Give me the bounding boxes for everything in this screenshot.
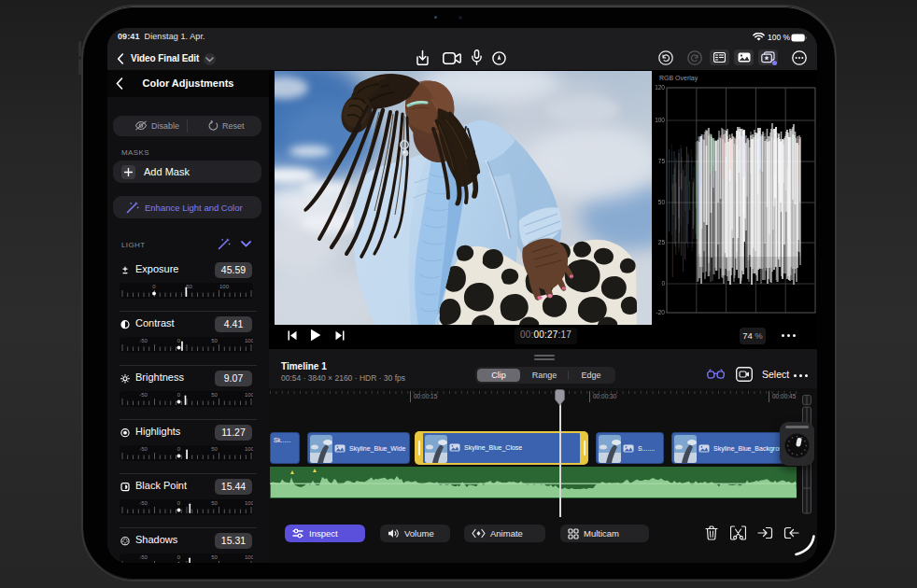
svg-text:00:00:15: 00:00:15 (414, 393, 438, 399)
svg-text:0: 0 (177, 446, 181, 452)
svg-text:0: 0 (177, 338, 181, 343)
svg-text:0: 0 (177, 554, 181, 560)
svg-text:50: 50 (211, 554, 218, 560)
svg-text:25: 25 (658, 239, 666, 245)
svg-text:100: 100 (245, 554, 253, 560)
svg-text:120: 120 (655, 84, 665, 91)
svg-text:100: 100 (245, 446, 253, 452)
svg-text:00:00:30: 00:00:30 (593, 393, 617, 399)
svg-text:0: 0 (661, 280, 665, 287)
svg-text:100: 100 (219, 284, 230, 289)
svg-text:50: 50 (211, 392, 218, 398)
svg-text:-20: -20 (656, 309, 666, 315)
svg-text:-50: -50 (139, 500, 148, 506)
svg-text:-50: -50 (139, 338, 148, 343)
svg-text:100: 100 (245, 338, 253, 343)
svg-text:100: 100 (245, 500, 253, 506)
svg-text:50: 50 (658, 199, 666, 205)
svg-text:50: 50 (211, 446, 218, 452)
svg-text:75: 75 (658, 158, 666, 164)
svg-text:-50: -50 (139, 392, 148, 398)
svg-text:100: 100 (245, 392, 253, 398)
svg-text:50: 50 (211, 500, 218, 506)
svg-text:00:00:45: 00:00:45 (772, 393, 797, 399)
svg-text:50: 50 (211, 338, 218, 343)
svg-text:0: 0 (177, 500, 181, 506)
svg-text:0: 0 (152, 284, 156, 289)
svg-text:-50: -50 (139, 554, 148, 560)
svg-text:0: 0 (177, 392, 181, 398)
svg-text:50: 50 (186, 284, 192, 289)
svg-text:100: 100 (655, 117, 665, 123)
svg-text:-50: -50 (139, 446, 148, 452)
